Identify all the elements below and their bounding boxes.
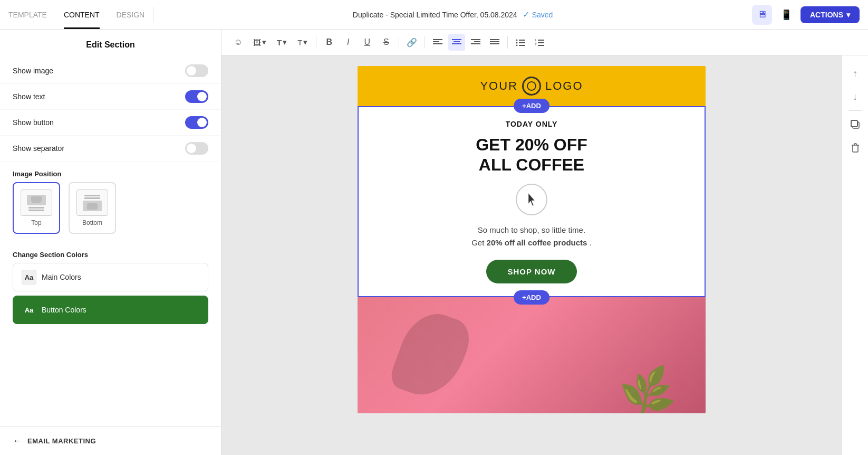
dropdown-arrow-icon: ▾ (303, 37, 307, 47)
show-image-toggle[interactable] (185, 64, 208, 77)
pos-line (84, 197, 100, 199)
document-title-area: Duplicate - Special Limited Time Offer, … (153, 10, 752, 20)
pos-line (28, 207, 44, 208)
pink-image-section: 🌿 (358, 297, 706, 413)
pos-line (28, 210, 44, 211)
subtext-line1: So much to shop, so little time. (371, 224, 692, 236)
main-headline: GET 20% OFF ALL COFFEE (371, 135, 692, 175)
pos-lines-bottom (84, 195, 100, 199)
align-left-btn[interactable] (429, 34, 446, 51)
show-separator-row: Show separator (0, 136, 221, 162)
email-canvas: YOUR LOGO +ADD TODAY ONLY GET 20% OFF (358, 66, 706, 444)
delete-section-btn[interactable] (846, 138, 865, 157)
font-family-btn[interactable]: T ▾ (273, 35, 291, 49)
logo-text: YOUR LOGO (480, 77, 583, 96)
bottom-nav: ← EMAIL MARKETING (0, 426, 221, 455)
svg-rect-2 (87, 203, 98, 210)
svg-point-17 (516, 42, 518, 44)
show-button-toggle[interactable] (185, 116, 208, 129)
position-top-option[interactable]: Top (13, 182, 60, 234)
headline-line2: ALL COFFEE (371, 155, 692, 175)
content-section: +ADD TODAY ONLY GET 20% OFF ALL COFFEE (358, 106, 706, 297)
position-bottom-label: Bottom (82, 219, 102, 226)
move-up-btn[interactable]: ↑ (846, 64, 865, 83)
tab-template[interactable]: TEMPLATE (8, 0, 47, 29)
change-colors-label: Change Section Colors (0, 242, 221, 263)
align-center-btn[interactable] (448, 34, 465, 51)
main-colors-label: Main Colors (42, 273, 81, 281)
toolbar-separator (507, 36, 508, 49)
ordered-list-btn[interactable]: 1.2.3. (531, 34, 548, 51)
position-top-icon (21, 189, 52, 216)
shop-now-btn[interactable]: SHOP NOW (486, 260, 576, 283)
headline-line1: GET 20% OFF (371, 135, 692, 155)
svg-point-19 (516, 45, 518, 46)
font-size-btn[interactable]: T ▾ (293, 35, 312, 49)
logo-left-text: YOUR (480, 79, 518, 93)
show-separator-label: Show separator (13, 144, 64, 153)
editor-toolbar: ☺ 🖼 ▾ T ▾ T ▾ B I U S 🔗 (221, 30, 868, 55)
show-image-row: Show image (0, 58, 221, 84)
toolbar-separator (399, 36, 399, 49)
underline-btn[interactable]: U (359, 34, 375, 51)
image-dropdown-btn[interactable]: 🖼 ▾ (249, 35, 271, 49)
add-section-bottom-btn[interactable]: +ADD (514, 290, 549, 305)
bold-btn[interactable]: B (321, 34, 337, 51)
subtext-area: So much to shop, so little time. Get 20%… (371, 224, 692, 249)
italic-btn[interactable]: I (340, 34, 356, 51)
align-justify-btn[interactable] (486, 34, 503, 51)
button-colors-btn[interactable]: Aa Button Colors (13, 296, 208, 324)
add-section-top-btn[interactable]: +ADD (514, 99, 549, 113)
image-position-label: Image Position (0, 162, 221, 182)
mobile-view-btn[interactable]: 📱 (776, 5, 796, 25)
cursor-circle (516, 184, 547, 215)
emoji-btn[interactable]: ☺ (230, 34, 247, 51)
check-icon: ✓ (523, 10, 529, 20)
strikethrough-btn[interactable]: S (378, 34, 394, 51)
tab-design[interactable]: DESIGN (117, 0, 145, 29)
document-title: Duplicate - Special Limited Time Offer, … (353, 11, 517, 19)
subtext-suffix: . (590, 238, 592, 247)
cursor-indicator (371, 184, 692, 215)
svg-text:3.: 3. (535, 44, 537, 46)
pos-lines-top (28, 207, 44, 211)
chevron-down-icon: ▾ (846, 11, 850, 19)
right-content: ☺ 🖼 ▾ T ▾ T ▾ B I U S 🔗 (221, 30, 868, 455)
copy-section-btn[interactable] (846, 115, 865, 134)
logo-inner-circle (527, 81, 536, 91)
pos-img-bottom (83, 201, 102, 211)
main-colors-btn[interactable]: Aa Main Colors (13, 263, 208, 291)
logo-right-text: LOGO (545, 79, 583, 93)
move-down-btn[interactable]: ↓ (846, 87, 865, 106)
position-top-label: Top (31, 219, 41, 226)
actions-button[interactable]: ACTIONS ▾ (801, 6, 860, 23)
position-bottom-icon (76, 189, 108, 216)
desktop-view-btn[interactable]: 🖥 (752, 5, 772, 25)
back-arrow-icon[interactable]: ← (13, 435, 22, 447)
show-button-label: Show button (13, 118, 54, 127)
link-btn[interactable]: 🔗 (403, 34, 420, 51)
canvas-area: YOUR LOGO +ADD TODAY ONLY GET 20% OFF (221, 55, 842, 455)
align-right-btn[interactable] (467, 34, 484, 51)
nav-tab-group: TEMPLATE CONTENT DESIGN (0, 0, 153, 29)
position-bottom-option[interactable]: Bottom (69, 182, 116, 234)
toolbar-separator (425, 36, 425, 49)
top-right-actions: 🖥 📱 ACTIONS ▾ (752, 5, 868, 25)
pink-plant-decoration: 🌿 (616, 363, 680, 413)
left-panel: Edit Section Show image Show text Show b… (0, 30, 221, 455)
show-text-label: Show text (13, 92, 45, 101)
unordered-list-btn[interactable] (512, 34, 529, 51)
tab-content[interactable]: CONTENT (64, 0, 100, 29)
canvas-sidebar-wrapper: YOUR LOGO +ADD TODAY ONLY GET 20% OFF (221, 55, 868, 455)
show-text-toggle[interactable] (185, 90, 208, 103)
actions-label: ACTIONS (810, 11, 843, 19)
main-colors-sample: Aa (22, 270, 36, 285)
subtext-line2: Get 20% off all coffee products . (371, 236, 692, 249)
saved-label: Saved (532, 11, 553, 19)
svg-rect-0 (31, 196, 42, 202)
pink-shadow-decoration (387, 305, 475, 405)
main-layout: Edit Section Show image Show text Show b… (0, 30, 868, 455)
subtext-prefix: Get (471, 238, 484, 247)
show-separator-toggle[interactable] (185, 142, 208, 155)
fontsize-icon: T (297, 38, 302, 47)
